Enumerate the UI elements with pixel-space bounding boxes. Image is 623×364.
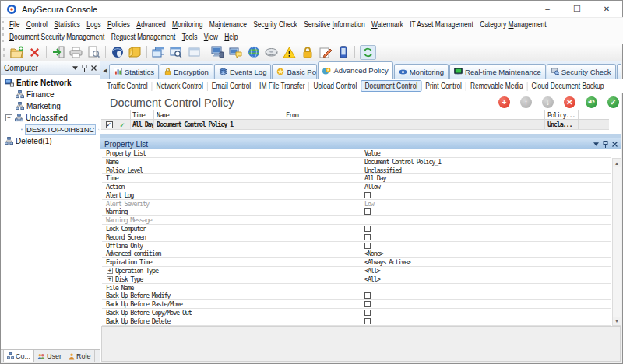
- pin-icon[interactable]: [82, 65, 87, 72]
- tree-item-entire-network[interactable]: Entire Network: [1, 77, 100, 89]
- property-row-offline-only[interactable]: Offline Only: [102, 242, 611, 250]
- subtab-im-file-transfer[interactable]: IM File Transfer: [255, 81, 308, 91]
- record-screen-checkbox[interactable]: [364, 234, 371, 240]
- delete-icon[interactable]: [26, 44, 44, 60]
- property-row-policy-level[interactable]: Policy Level Unclassified: [102, 166, 611, 175]
- menu-watermark[interactable]: Watermark: [368, 18, 407, 31]
- mobile-icon[interactable]: [334, 44, 352, 60]
- tree-item-unclassified[interactable]: − Unclassified: [1, 112, 100, 124]
- apply-button[interactable]: ✓: [607, 96, 619, 108]
- property-scrollbar[interactable]: ▲ ▼: [612, 158, 621, 326]
- import-icon[interactable]: [49, 44, 67, 60]
- tab-encryption[interactable]: Encryption: [160, 64, 213, 79]
- menu-request-management[interactable]: Request Management: [107, 31, 178, 43]
- property-row-alert-log[interactable]: Alert Log: [102, 191, 611, 200]
- backup-modify-checkbox[interactable]: [364, 292, 371, 299]
- move-up-button[interactable]: ↑: [520, 96, 532, 108]
- print-icon[interactable]: [67, 44, 85, 60]
- globe-icon[interactable]: [245, 44, 262, 60]
- edit-icon[interactable]: [316, 44, 334, 60]
- tab-se-truncated[interactable]: Se...: [617, 64, 621, 79]
- tree-item-marketing[interactable]: Marketing: [1, 100, 100, 112]
- property-row-name[interactable]: Name Document Control Policy_1: [102, 158, 611, 166]
- tab-computer[interactable]: Co...: [3, 350, 34, 362]
- expand-icon[interactable]: +: [107, 268, 113, 274]
- menu-control[interactable]: Control: [23, 18, 51, 31]
- menu-view[interactable]: View: [201, 31, 221, 43]
- subtab-cloud-document-backup[interactable]: Cloud Document Backup: [527, 81, 607, 91]
- disk-icon[interactable]: [262, 44, 280, 60]
- copy-window-icon[interactable]: [150, 44, 167, 60]
- tab-advanced-policy[interactable]: Advanced Policy: [318, 61, 392, 79]
- network-sphere-icon[interactable]: [108, 44, 126, 60]
- new-policy-icon[interactable]: [8, 44, 26, 60]
- search-window-icon[interactable]: [167, 44, 185, 60]
- expand-icon[interactable]: +: [107, 276, 113, 282]
- subtab-network-control[interactable]: Network Control: [153, 81, 207, 91]
- menu-logs[interactable]: Logs: [83, 18, 104, 31]
- tab-statistics[interactable]: Statistics: [109, 64, 159, 79]
- warning-checkbox[interactable]: [364, 208, 371, 215]
- scroll-up-icon[interactable]: ▲: [613, 159, 621, 167]
- warning-icon[interactable]: [280, 44, 298, 60]
- delete-policy-button[interactable]: ✕: [564, 96, 575, 108]
- menu-statistics[interactable]: Statistics: [51, 18, 83, 31]
- undo-button[interactable]: ↶: [586, 96, 597, 108]
- backup-paste-checkbox[interactable]: [364, 301, 371, 307]
- menu-file[interactable]: File: [6, 18, 23, 31]
- subtab-removable-media[interactable]: Removable Media: [466, 81, 527, 91]
- tab-user[interactable]: User: [34, 350, 65, 362]
- subtab-document-control[interactable]: Document Control: [361, 80, 421, 92]
- menu-it-asset-management[interactable]: IT Asset Management: [407, 18, 477, 31]
- property-row-warning-message[interactable]: Warning Message: [102, 216, 611, 225]
- scroll-down-icon[interactable]: ▼: [613, 317, 621, 325]
- offline-only-checkbox[interactable]: [364, 243, 371, 249]
- subtab-traffic-control[interactable]: Traffic Control: [103, 81, 151, 91]
- menu-help[interactable]: Help: [221, 31, 241, 43]
- menu-policies[interactable]: Policies: [104, 18, 133, 31]
- backup-copy-checkbox[interactable]: [364, 310, 371, 316]
- property-row-time[interactable]: Time All Day: [102, 174, 611, 183]
- move-down-button[interactable]: ↓: [542, 96, 554, 108]
- close-button[interactable]: ✕: [592, 1, 621, 17]
- tab-monitoring[interactable]: Monitoring: [394, 64, 449, 79]
- tab-scroll-left-icon[interactable]: ◀: [101, 65, 109, 77]
- property-row-warning[interactable]: Warning: [102, 208, 611, 217]
- notes-icon[interactable]: [126, 44, 144, 60]
- chevron-down-icon[interactable]: [593, 142, 599, 146]
- property-row-backup-before-delete[interactable]: Back Up Before Delete: [102, 317, 611, 326]
- close-panel-icon[interactable]: [91, 65, 97, 71]
- computer-icon[interactable]: [209, 44, 227, 60]
- tab-realtime-maintenance[interactable]: Real-time Maintenance: [449, 64, 546, 79]
- menu-monitoring[interactable]: Monitoring: [169, 18, 206, 31]
- property-row-backup-before-copy-move-out[interactable]: Back Up Before Copy/Move Out: [102, 309, 611, 317]
- maximize-button[interactable]: ☐: [562, 1, 592, 17]
- property-row-advanced-condition[interactable]: Advanced condition <None>: [102, 250, 611, 259]
- add-policy-button[interactable]: +: [498, 96, 510, 108]
- menu-tools[interactable]: Tools: [179, 31, 201, 43]
- subtab-print-control[interactable]: Print Control: [421, 81, 466, 91]
- chevron-down-icon[interactable]: [72, 66, 78, 70]
- property-row-expiration-time[interactable]: Expiration Time <Always Active>: [102, 258, 611, 267]
- menu-document-security-management[interactable]: Document Security Management: [6, 31, 108, 43]
- lock-icon[interactable]: [298, 44, 316, 60]
- tab-basic-policy[interactable]: Basic Policy: [272, 64, 317, 79]
- minimize-button[interactable]: –: [533, 1, 562, 17]
- backup-delete-checkbox[interactable]: [364, 318, 371, 324]
- collapse-icon[interactable]: −: [5, 114, 12, 121]
- refresh-icon[interactable]: [360, 45, 376, 60]
- subtab-upload-control[interactable]: Upload Control: [309, 81, 361, 91]
- lock-computer-checkbox[interactable]: [364, 226, 371, 232]
- tab-role[interactable]: Role: [65, 350, 95, 362]
- alert-log-checkbox[interactable]: [364, 192, 371, 198]
- tree-item-desktop[interactable]: DESKTOP-0IH81NC: [1, 124, 100, 135]
- tab-security-check[interactable]: Security Check: [547, 64, 616, 79]
- pin-icon[interactable]: [603, 141, 608, 148]
- tab-events-log[interactable]: Events Log: [214, 64, 272, 79]
- tree-item-finance[interactable]: Finance: [1, 89, 100, 100]
- policy-row[interactable]: ✓ All Day Document Control Policy_1 Uncl…: [101, 120, 609, 130]
- menu-category-management[interactable]: Category Management: [477, 18, 550, 31]
- property-row-action[interactable]: Action Allow: [102, 183, 611, 191]
- property-row-record-screen[interactable]: Record Screen: [102, 233, 611, 242]
- property-row-disk-type[interactable]: +Disk Type <All>: [102, 275, 611, 284]
